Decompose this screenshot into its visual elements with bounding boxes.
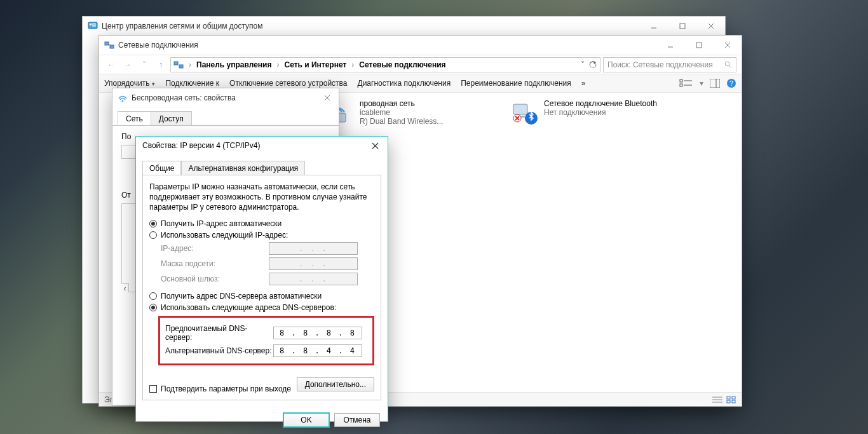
label-gateway: Основной шлюз: — [161, 275, 269, 283]
tab-access[interactable]: Доступ — [151, 111, 192, 125]
svg-point-41 — [122, 100, 124, 102]
help-icon[interactable]: ? — [726, 78, 736, 88]
maximize-button[interactable] — [668, 17, 696, 36]
radio-ip-manual[interactable]: Использовать следующий IP-адрес: — [149, 231, 374, 240]
network-connections-icon — [104, 40, 114, 50]
radio-icon — [149, 304, 157, 311]
breadcrumb-0[interactable]: Панель управления — [196, 60, 271, 69]
svg-rect-8 — [105, 42, 109, 45]
refresh-icon[interactable] — [588, 60, 597, 69]
search-icon — [724, 61, 732, 69]
connection-line2: Нет подключения — [544, 108, 657, 117]
tab-network[interactable]: Сеть — [118, 111, 151, 125]
svg-rect-37 — [727, 397, 730, 399]
toolbar-rename[interactable]: Переименование подключения — [461, 79, 571, 88]
toolbar-more[interactable]: » — [581, 79, 586, 88]
control-panel-icon — [88, 21, 98, 31]
ipv4-title: Свойства: IP версии 4 (TCP/IPv4) — [136, 137, 362, 154]
nav-up-icon[interactable]: ↑ — [154, 58, 168, 72]
input-dns-pref[interactable]: 8 . 8 . 8 . 8 — [273, 327, 362, 339]
tab-general[interactable]: Общие — [142, 161, 181, 175]
minimize-button[interactable] — [656, 36, 684, 55]
bgwin-title: Центр управления сетями и общим доступом — [102, 22, 263, 31]
bluetooth-adapter-icon — [512, 99, 539, 126]
svg-rect-19 — [680, 79, 682, 82]
svg-line-18 — [729, 65, 731, 67]
nav-back-icon[interactable]: ← — [104, 58, 118, 72]
preview-pane-icon[interactable] — [710, 79, 720, 88]
advanced-button[interactable]: Дополнительно... — [297, 377, 374, 391]
address-bar[interactable]: › Панель управления › Сеть и Интернет › … — [170, 57, 600, 72]
checkbox-validate-on-exit[interactable]: Подтвердить параметры при выходе — [149, 384, 291, 393]
label-ip: IP-адрес: — [161, 244, 269, 253]
breadcrumb-2[interactable]: Сетевые подключения — [359, 60, 445, 69]
toolbar-diagnose[interactable]: Диагностика подключения — [358, 79, 451, 88]
svg-rect-15 — [174, 62, 178, 65]
radio-icon — [149, 231, 157, 239]
connection-line2: icableme — [360, 108, 443, 117]
ok-button[interactable]: OK — [283, 413, 329, 427]
svg-rect-12 — [696, 43, 702, 48]
input-dns-alt[interactable]: 8 . 8 . 4 . 4 — [273, 344, 362, 357]
connection-name: Сетевое подключение Bluetooth — [544, 99, 657, 108]
connection-item-bluetooth[interactable]: Сетевое подключение Bluetooth Нет подклю… — [512, 99, 677, 126]
connection-line3: R) Dual Band Wireless... — [360, 117, 443, 126]
svg-rect-2 — [92, 24, 96, 25]
svg-rect-38 — [732, 397, 735, 399]
wireless-props-title: Беспроводная сеть: свойства — [132, 93, 236, 102]
label-dns-alt: Альтернативный DNS-сервер: — [165, 346, 273, 355]
network-connections-icon — [173, 60, 184, 70]
close-button[interactable] — [713, 36, 742, 55]
view-details-icon[interactable] — [712, 396, 722, 403]
svg-rect-20 — [680, 84, 682, 86]
tab-alt-config[interactable]: Альтернативная конфигурация — [181, 161, 305, 175]
radio-icon — [149, 220, 157, 227]
nav-recent-icon[interactable]: ˅ — [137, 58, 151, 72]
svg-rect-1 — [90, 24, 92, 25]
explorer-title: Сетевые подключения — [118, 41, 198, 50]
svg-rect-39 — [727, 400, 730, 403]
dns-highlight-frame: Предпочитаемый DNS-сервер:8 . 8 . 8 . 8 … — [158, 316, 374, 365]
radio-dns-auto[interactable]: Получить адрес DNS-сервера автоматически — [149, 292, 374, 301]
search-placeholder: Поиск: Сетевые подключения — [607, 60, 724, 69]
svg-rect-5 — [680, 24, 685, 29]
breadcrumb-1[interactable]: Сеть и Интернет — [284, 60, 346, 69]
radio-dns-manual[interactable]: Использовать следующие адреса DNS-сервер… — [149, 303, 374, 312]
svg-rect-40 — [732, 400, 735, 403]
close-button[interactable] — [316, 88, 339, 107]
connection-name: проводная сеть — [360, 99, 443, 108]
label-dns-pref: Предпочитаемый DNS-сервер: — [165, 324, 273, 342]
checkbox-icon — [149, 385, 157, 393]
close-button[interactable] — [696, 17, 725, 36]
input-ip: . . . — [269, 242, 358, 255]
search-input[interactable]: Поиск: Сетевые подключения — [603, 57, 736, 72]
toolbar-connect[interactable]: Подключение к — [165, 79, 219, 88]
cancel-button[interactable]: Отмена — [334, 413, 380, 427]
svg-rect-3 — [92, 25, 96, 27]
svg-rect-28 — [513, 104, 527, 114]
input-gateway: . . . — [269, 273, 358, 285]
nav-forward-icon[interactable]: → — [121, 58, 135, 72]
wireless-icon — [118, 93, 128, 103]
svg-text:?: ? — [729, 79, 733, 87]
svg-rect-23 — [710, 79, 720, 88]
connection-item-wireless[interactable]: проводная сеть icableme R) Dual Band Wir… — [328, 99, 493, 126]
minimize-button[interactable] — [639, 17, 668, 36]
close-button[interactable] — [362, 137, 388, 154]
svg-rect-16 — [179, 65, 183, 68]
view-large-icon[interactable] — [726, 396, 736, 403]
label-mask: Маска подсети: — [161, 259, 269, 268]
breadcrumb-dropdown-icon[interactable]: ˅ — [581, 60, 585, 69]
radio-icon — [149, 292, 157, 300]
maximize-button[interactable] — [684, 36, 713, 55]
toolbar-organize[interactable]: Упорядочить — [104, 79, 155, 88]
svg-point-17 — [725, 62, 729, 66]
radio-ip-auto[interactable]: Получить IP-адрес автоматически — [149, 219, 374, 228]
input-mask: . . . — [269, 257, 358, 270]
view-options-icon[interactable] — [679, 79, 693, 88]
toolbar-disable[interactable]: Отключение сетевого устройства — [229, 79, 347, 88]
ipv4-intro-text: Параметры IP можно назначать автоматичес… — [149, 182, 374, 213]
